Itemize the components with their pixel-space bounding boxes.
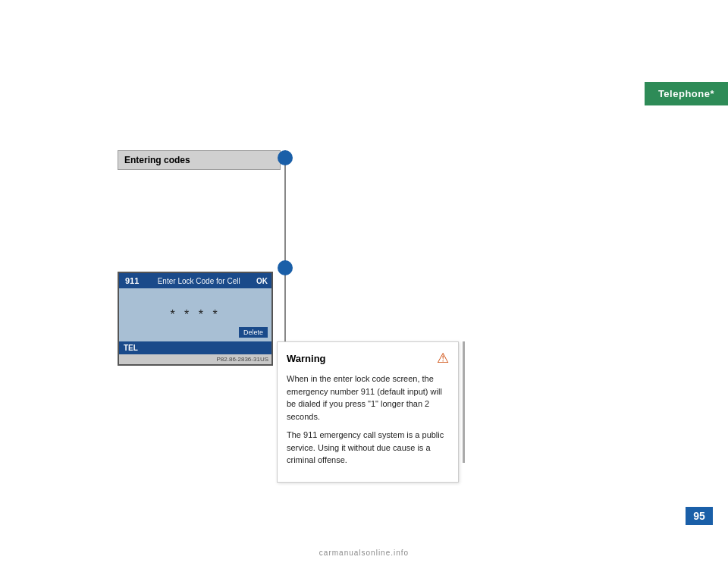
watermark-text: carmanualsonline.info [319,549,409,557]
warning-title: Warning [287,353,326,364]
phone-screen-title: Enter Lock Code for Cell [144,277,253,285]
bullet-1 [278,150,293,165]
warning-icon: ⚠ [437,350,449,366]
warning-header: Warning ⚠ [287,350,449,366]
bullet-2 [278,260,293,275]
page-number-value: 95 [693,510,705,522]
warning-box: Warning ⚠ When in the enter lock code sc… [277,341,459,483]
phone-footer-label: TEL [124,344,138,352]
phone-number-display: 911 [123,275,141,286]
entering-codes-label: Entering codes [124,155,190,165]
page-number: 95 [686,507,713,525]
phone-ok-button[interactable]: OK [256,277,268,285]
telephone-tab: Telephone* [645,82,728,105]
warning-side-line [463,341,465,463]
phone-code-stars: * * * * [170,308,220,322]
entering-codes-box: Entering codes [118,150,281,170]
phone-footer: TEL [119,341,271,354]
phone-caption: P82.86-2836-31US [119,354,271,364]
phone-caption-text: P82.86-2836-31US [217,356,269,363]
phone-header: 911 Enter Lock Code for Cell OK [119,273,271,288]
phone-body: * * * * Delete [119,288,271,341]
phone-delete-button[interactable]: Delete [239,327,268,338]
watermark: carmanualsonline.info [319,549,409,557]
warning-paragraph-2: The 911 emergency call system is a publi… [287,429,449,467]
warning-paragraph-1: When in the enter lock code screen, the … [287,373,449,423]
telephone-tab-label: Telephone* [658,88,714,99]
phone-screen-mockup: 911 Enter Lock Code for Cell OK * * * * … [118,272,273,366]
